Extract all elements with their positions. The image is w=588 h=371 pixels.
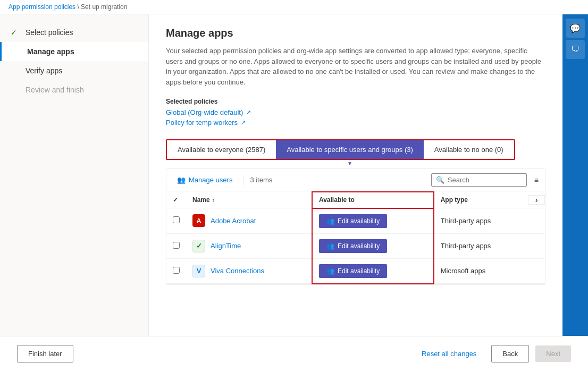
header-check: ✓	[173, 196, 178, 204]
sidebar-item-label: Manage apps	[27, 47, 74, 56]
th-available-to: Available to	[312, 192, 434, 208]
column-nav-button[interactable]: ›	[528, 195, 545, 205]
breadcrumb: App permission policies \ Set up migrati…	[0, 0, 588, 14]
edit-availability-button-viva[interactable]: 👥 Edit availability	[319, 264, 387, 278]
edit-btn-label: Edit availability	[338, 217, 380, 225]
sort-icon: ↑	[212, 197, 215, 203]
app-name-cell: V Viva Connections	[186, 258, 312, 284]
tab-noone[interactable]: Available to no one (0)	[424, 140, 514, 159]
app-type-cell: Third-party apps	[434, 233, 528, 258]
page-description: Your selected app permission policies an…	[166, 46, 545, 87]
sidebar-item-review-finish[interactable]: Review and finish	[0, 80, 148, 99]
edit-btn-label: Edit availability	[338, 242, 380, 250]
filter-icon[interactable]: ≡	[534, 176, 539, 184]
row-checkbox[interactable]	[173, 242, 180, 249]
edit-btn-label: Edit availability	[338, 267, 380, 275]
finish-later-button[interactable]: Finish later	[17, 345, 73, 362]
app-link-acrobat[interactable]: Adobe Acrobat	[211, 217, 256, 225]
row-check[interactable]	[166, 233, 186, 258]
edit-icon: 👥	[326, 242, 334, 250]
sidebar-item-label: Select policies	[26, 28, 73, 37]
th-app-type: App type	[434, 192, 528, 208]
sidebar-item-select-policies[interactable]: ✓ Select policies	[0, 23, 148, 42]
name-header-label: Name	[192, 196, 210, 204]
table-row: ✓ AlignTime 👥 Edit availability	[166, 233, 545, 258]
sidebar-item-label: Verify apps	[26, 66, 62, 75]
app-icon-viva: V	[192, 265, 205, 277]
manage-users-label: Manage users	[189, 176, 232, 184]
search-box: 🔍	[431, 173, 527, 187]
right-panel: 💬 🗨	[562, 14, 588, 336]
app-type-cell: Third-party apps	[434, 208, 528, 234]
th-name[interactable]: Name ↑	[186, 192, 312, 208]
app-icon-acrobat: A	[192, 214, 205, 227]
reset-all-button[interactable]: Reset all changes	[413, 345, 485, 362]
chat-icon-button[interactable]: 💬	[566, 19, 585, 38]
policy-link-global[interactable]: Global (Org-wide default) ↗	[166, 108, 545, 116]
app-type-cell: Microsoft apps	[434, 258, 528, 284]
footer: Finish later Reset all changes Back Next	[0, 336, 588, 371]
manage-users-button[interactable]: 👥 Manage users	[173, 174, 237, 186]
row-nav-cell	[528, 258, 545, 284]
table-toolbar: 👥 Manage users 3 items 🔍 ≡	[166, 169, 545, 191]
edit-icon: 👥	[326, 217, 334, 225]
breadcrumb-link-2: Set up migration	[81, 3, 127, 11]
table-row: A Adobe Acrobat 👥 Edit availability	[166, 208, 545, 234]
policy-link-temp[interactable]: Policy for temp workers ↗	[166, 119, 545, 127]
table-row: V Viva Connections 👥 Edit availability	[166, 258, 545, 284]
available-to-cell: 👥 Edit availability	[312, 208, 434, 234]
app-name-cell: A Adobe Acrobat	[186, 208, 312, 234]
available-to-cell: 👥 Edit availability	[312, 258, 434, 284]
th-check: ✓	[166, 192, 186, 208]
app-link-aligntime[interactable]: AlignTime	[211, 242, 241, 250]
toolbar-divider	[243, 175, 243, 186]
available-to-cell: 👥 Edit availability	[312, 233, 434, 258]
items-count: 3 items	[250, 176, 272, 184]
main-content: Manage apps Your selected app permission…	[149, 14, 562, 336]
policy-link-text: Policy for temp workers	[166, 119, 238, 127]
edit-availability-button-aligntime[interactable]: 👥 Edit availability	[319, 239, 387, 253]
tab-everyone[interactable]: Available to everyone (2587)	[167, 140, 276, 159]
tabs-container: Available to everyone (2587) Available t…	[166, 139, 515, 160]
apps-table: ✓ Name ↑ Available to App type	[166, 191, 545, 284]
sidebar-item-label: Review and finish	[26, 86, 84, 94]
selected-policies-label: Selected policies	[166, 98, 545, 105]
edit-availability-button-acrobat[interactable]: 👥 Edit availability	[319, 214, 387, 228]
policy-link-text: Global (Org-wide default)	[166, 108, 243, 116]
breadcrumb-link-1[interactable]: App permission policies	[9, 3, 75, 11]
users-icon: 👥	[177, 176, 186, 184]
page-title: Manage apps	[166, 27, 545, 39]
app-link-viva[interactable]: Viva Connections	[211, 267, 264, 275]
table-scroll-wrapper: ✓ Name ↑ Available to App type	[166, 191, 545, 284]
check-icon: ✓	[11, 28, 21, 37]
external-link-icon: ↗	[246, 109, 251, 116]
row-checkbox[interactable]	[173, 267, 180, 274]
edit-icon: 👥	[326, 267, 334, 275]
th-nav: ›	[528, 192, 545, 208]
search-input[interactable]	[448, 176, 522, 184]
row-nav-cell	[528, 208, 545, 234]
message-icon-button[interactable]: 🗨	[566, 40, 585, 59]
row-checkbox[interactable]	[173, 216, 180, 223]
external-link-icon: ↗	[241, 119, 246, 126]
app-name-cell: ✓ AlignTime	[186, 233, 312, 258]
sidebar-item-manage-apps[interactable]: Manage apps	[0, 42, 148, 61]
search-icon: 🔍	[436, 176, 444, 184]
table-container: 👥 Manage users 3 items 🔍 ≡	[166, 168, 545, 285]
row-nav-cell	[528, 233, 545, 258]
sidebar-item-verify-apps[interactable]: Verify apps	[0, 61, 148, 80]
sidebar: ✓ Select policies Manage apps Verify app…	[0, 14, 149, 336]
back-button[interactable]: Back	[491, 345, 529, 362]
row-check[interactable]	[166, 208, 186, 234]
app-icon-aligntime: ✓	[192, 240, 205, 252]
row-check[interactable]	[166, 258, 186, 284]
next-button[interactable]: Next	[535, 345, 571, 362]
tab-specific[interactable]: Available to specific users and groups (…	[276, 140, 424, 159]
